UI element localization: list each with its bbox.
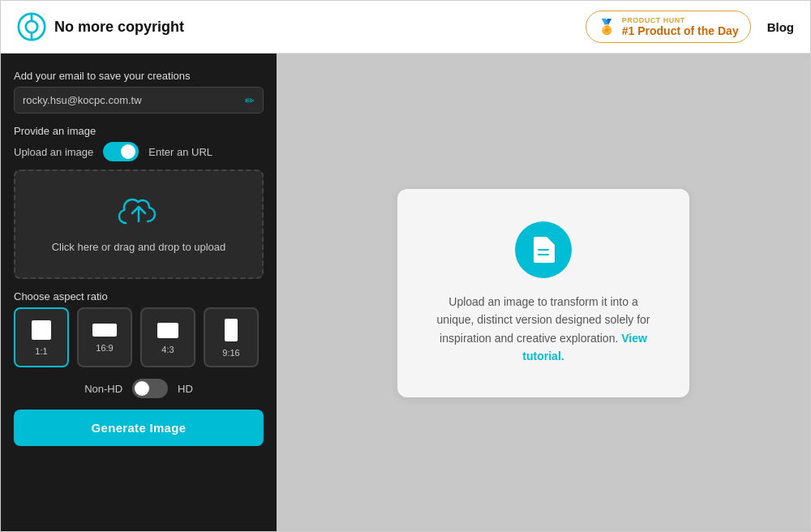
aspect-label-9-16: 9:16 [222,348,239,358]
main-layout: Add your email to save your creations ✏ … [1,54,810,532]
aspect-label-4-3: 4:3 [161,345,174,354]
hd-toggle-row: Non-HD HD [14,379,264,398]
aspect-btn-4-3[interactable]: 4:3 [140,307,195,367]
aspect-btn-9-16[interactable]: 9:16 [204,307,259,367]
toggle-url-label: Enter an URL [148,146,212,158]
ph-label: PRODUCT HUNT [622,16,739,24]
upload-text: Click here or drag and drop to upload [52,241,226,253]
ph-text: PRODUCT HUNT #1 Product of the Day [622,16,739,37]
aspect-options: 1:1 16:9 4:3 [14,307,264,367]
aspect-icon-4-3 [156,321,180,340]
preview-description: Upload an image to transform it into a u… [430,293,657,366]
aspect-icon-16-9 [91,322,118,338]
hd-toggle[interactable] [132,379,168,398]
generate-button[interactable]: Generate Image [14,410,264,446]
logo-icon [17,12,46,41]
aspect-section-label: Choose aspect ratio [14,290,264,302]
edit-icon[interactable]: ✏ [245,94,255,107]
image-mode-toggle-row: Upload an image Enter an URL [14,142,264,161]
upload-area[interactable]: Click here or drag and drop to upload [14,169,264,279]
image-section: Provide an image Upload an image Enter a… [14,125,264,279]
preview-card: Upload an image to transform it into a u… [397,189,689,398]
right-panel: Upload an image to transform it into a u… [277,54,810,532]
file-icon [530,235,556,264]
blog-link[interactable]: Blog [767,20,794,34]
product-hunt-badge[interactable]: 🏅 PRODUCT HUNT #1 Product of the Day [586,11,751,43]
email-input-wrapper: ✏ [14,87,264,114]
app-title: No more copyright [54,19,184,36]
email-section-label: Add your email to save your creations [14,70,264,82]
aspect-section: Choose aspect ratio 1:1 16:9 [14,290,264,367]
email-input[interactable] [23,94,234,106]
header-left: No more copyright [17,12,184,41]
header-right: 🏅 PRODUCT HUNT #1 Product of the Day Blo… [586,11,794,43]
hd-label: HD [178,383,193,395]
upload-icon [118,195,160,231]
medal-icon: 🏅 [598,18,616,36]
aspect-icon-1-1 [30,319,53,341]
svg-rect-7 [225,319,238,341]
left-panel: Add your email to save your creations ✏ … [1,54,277,532]
aspect-label-16-9: 16:9 [96,343,113,353]
svg-rect-6 [157,323,178,338]
aspect-icon-9-16 [223,317,239,343]
ph-title: #1 Product of the Day [622,24,739,37]
svg-rect-4 [32,320,51,340]
aspect-btn-16-9[interactable]: 16:9 [77,307,132,367]
svg-rect-5 [92,324,117,337]
toggle-upload-label: Upload an image [14,146,93,158]
aspect-label-1-1: 1:1 [35,346,47,356]
svg-point-1 [26,21,37,32]
email-section: Add your email to save your creations ✏ [14,70,264,114]
preview-icon-circle [515,221,572,278]
non-hd-label: Non-HD [84,383,122,395]
aspect-btn-1-1[interactable]: 1:1 [14,307,69,367]
header: No more copyright 🏅 PRODUCT HUNT #1 Prod… [1,1,810,54]
image-section-label: Provide an image [14,125,264,137]
image-mode-toggle[interactable] [103,142,139,161]
